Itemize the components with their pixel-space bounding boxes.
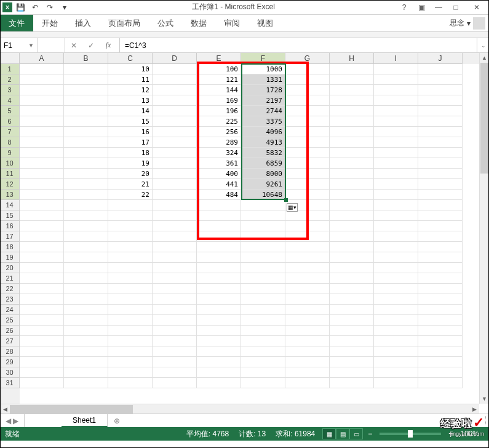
user-area[interactable]: 思念 ▾ bbox=[450, 15, 489, 31]
cell-C19[interactable] bbox=[108, 252, 153, 263]
row-header-2[interactable]: 2 bbox=[0, 74, 20, 85]
cell-A17[interactable] bbox=[20, 231, 64, 242]
cell-D23[interactable] bbox=[153, 294, 197, 305]
cell-C4[interactable]: 13 bbox=[108, 95, 153, 106]
cell-F16[interactable] bbox=[241, 221, 285, 231]
cell-G13[interactable] bbox=[285, 190, 330, 200]
cell-H15[interactable] bbox=[330, 210, 374, 221]
cell-G28[interactable] bbox=[285, 346, 330, 357]
cell-I26[interactable] bbox=[374, 326, 418, 336]
cell-I6[interactable] bbox=[374, 116, 418, 127]
cell-I28[interactable] bbox=[374, 346, 418, 357]
cell-C6[interactable]: 15 bbox=[108, 116, 153, 127]
cell-J13[interactable] bbox=[418, 190, 463, 200]
cell-D10[interactable] bbox=[153, 158, 197, 169]
cell-B17[interactable] bbox=[64, 231, 108, 242]
cell-E30[interactable] bbox=[197, 367, 241, 378]
cell-B25[interactable] bbox=[64, 315, 108, 326]
cell-B13[interactable] bbox=[64, 190, 108, 200]
formula-input[interactable]: =C1^3 bbox=[119, 38, 477, 52]
cell-B5[interactable] bbox=[64, 106, 108, 116]
cell-A7[interactable] bbox=[20, 127, 64, 137]
cell-B29[interactable] bbox=[64, 357, 108, 367]
cell-G31[interactable] bbox=[285, 378, 330, 388]
cell-I30[interactable] bbox=[374, 367, 418, 378]
cell-B23[interactable] bbox=[64, 294, 108, 305]
cell-H7[interactable] bbox=[330, 127, 374, 137]
cell-E5[interactable]: 196 bbox=[197, 106, 241, 116]
cell-A25[interactable] bbox=[20, 315, 64, 326]
cell-D3[interactable] bbox=[153, 85, 197, 95]
cell-E21[interactable] bbox=[197, 273, 241, 284]
cell-J5[interactable] bbox=[418, 106, 463, 116]
cell-B8[interactable] bbox=[64, 137, 108, 148]
cell-C27[interactable] bbox=[108, 336, 153, 346]
row-header-6[interactable]: 6 bbox=[0, 116, 20, 127]
cell-A23[interactable] bbox=[20, 294, 64, 305]
cell-A26[interactable] bbox=[20, 326, 64, 336]
cell-F1[interactable]: 1000 bbox=[241, 64, 285, 74]
cell-J29[interactable] bbox=[418, 357, 463, 367]
row-header-8[interactable]: 8 bbox=[0, 137, 20, 148]
cell-J31[interactable] bbox=[418, 378, 463, 388]
cell-C11[interactable]: 20 bbox=[108, 169, 153, 179]
cell-B9[interactable] bbox=[64, 148, 108, 158]
cell-B28[interactable] bbox=[64, 346, 108, 357]
cell-E25[interactable] bbox=[197, 315, 241, 326]
cell-D6[interactable] bbox=[153, 116, 197, 127]
column-header-C[interactable]: C bbox=[108, 53, 153, 64]
cell-J27[interactable] bbox=[418, 336, 463, 346]
cell-C13[interactable]: 22 bbox=[108, 190, 153, 200]
cell-D11[interactable] bbox=[153, 169, 197, 179]
cell-G27[interactable] bbox=[285, 336, 330, 346]
zoom-out-button[interactable]: − bbox=[365, 430, 375, 438]
cell-A31[interactable] bbox=[20, 378, 64, 388]
cell-I2[interactable] bbox=[374, 74, 418, 85]
cell-E26[interactable] bbox=[197, 326, 241, 336]
cell-J8[interactable] bbox=[418, 137, 463, 148]
row-header-19[interactable]: 19 bbox=[0, 252, 20, 263]
cell-F17[interactable] bbox=[241, 231, 285, 242]
cell-A19[interactable] bbox=[20, 252, 64, 263]
cell-D26[interactable] bbox=[153, 326, 197, 336]
cell-J19[interactable] bbox=[418, 252, 463, 263]
cell-G16[interactable] bbox=[285, 221, 330, 231]
tab-home[interactable]: 开始 bbox=[33, 15, 66, 31]
cell-H19[interactable] bbox=[330, 252, 374, 263]
column-header-H[interactable]: H bbox=[330, 53, 374, 64]
row-header-23[interactable]: 23 bbox=[0, 294, 20, 305]
cell-B6[interactable] bbox=[64, 116, 108, 127]
cell-I27[interactable] bbox=[374, 336, 418, 346]
cell-F19[interactable] bbox=[241, 252, 285, 263]
cell-J17[interactable] bbox=[418, 231, 463, 242]
cell-I29[interactable] bbox=[374, 357, 418, 367]
cell-J20[interactable] bbox=[418, 263, 463, 273]
column-header-D[interactable]: D bbox=[153, 53, 197, 64]
cell-B2[interactable] bbox=[64, 74, 108, 85]
cell-G30[interactable] bbox=[285, 367, 330, 378]
cell-A14[interactable] bbox=[20, 200, 64, 210]
cell-C18[interactable] bbox=[108, 242, 153, 252]
cell-G19[interactable] bbox=[285, 252, 330, 263]
cell-G8[interactable] bbox=[285, 137, 330, 148]
row-header-4[interactable]: 4 bbox=[0, 95, 20, 106]
cell-E4[interactable]: 169 bbox=[197, 95, 241, 106]
cell-E3[interactable]: 144 bbox=[197, 85, 241, 95]
column-header-I[interactable]: I bbox=[374, 53, 418, 64]
cancel-button[interactable]: ✕ bbox=[65, 38, 82, 52]
cell-H10[interactable] bbox=[330, 158, 374, 169]
cell-D9[interactable] bbox=[153, 148, 197, 158]
name-box[interactable]: F1 ▼ bbox=[0, 38, 38, 52]
cell-H24[interactable] bbox=[330, 305, 374, 315]
cell-J1[interactable] bbox=[418, 64, 463, 74]
cell-H21[interactable] bbox=[330, 273, 374, 284]
row-header-15[interactable]: 15 bbox=[0, 210, 20, 221]
cell-H31[interactable] bbox=[330, 378, 374, 388]
cell-C9[interactable]: 18 bbox=[108, 148, 153, 158]
cell-I9[interactable] bbox=[374, 148, 418, 158]
cell-F4[interactable]: 2197 bbox=[241, 95, 285, 106]
cell-F22[interactable] bbox=[241, 284, 285, 294]
cell-B21[interactable] bbox=[64, 273, 108, 284]
cell-F28[interactable] bbox=[241, 346, 285, 357]
scroll-left-button[interactable]: ◀ bbox=[0, 404, 10, 414]
